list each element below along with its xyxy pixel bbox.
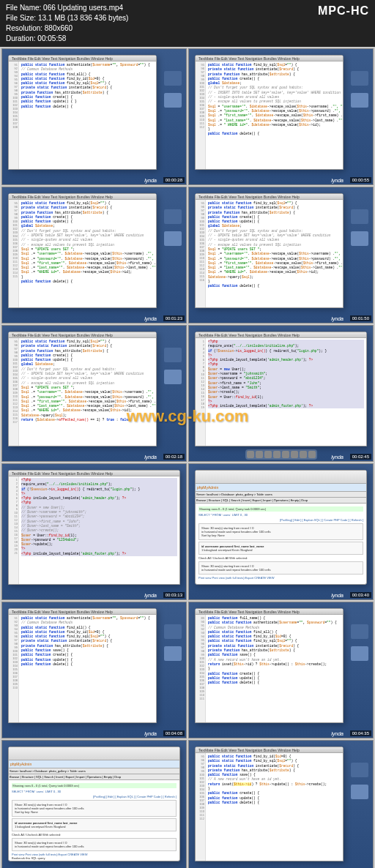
line-gutter: 9596979899100101102103104105106107108109… — [196, 753, 206, 861]
phpmyadmin-tabs: Browse | Structure | SQL | Search | Inse… — [196, 498, 366, 504]
sort-key: Sort by key: None — [201, 534, 360, 537]
menu-bar: TextMate File Edit View Text Navigation … — [9, 471, 179, 476]
lynda-brand: lynda — [144, 731, 157, 736]
desktop-folder-icon — [164, 71, 182, 86]
browser-window: phpMyAdmin Server: localhost > Database:… — [8, 747, 180, 861]
textmate-window: TextMate File Edit View Text Navigation … — [195, 193, 344, 308]
textmate-window: TextMate File Edit View Text Navigation … — [195, 608, 344, 723]
textmate-window: TextMate File Edit View Text Navigation … — [8, 193, 157, 308]
code-editor: public static function find_by_sql($sql=… — [206, 200, 343, 307]
table-row: 1 kskoglund secretpwd Kevin Skoglund — [15, 825, 174, 828]
result-count: Showing rows 0 - 0 (1 total, Query took … — [12, 783, 177, 788]
player-logo: MPC-HC — [318, 3, 369, 19]
timestamp: 00:00:55 — [350, 177, 371, 183]
thumbnail-10[interactable]: TextMate File Edit View Text Navigation … — [188, 602, 374, 738]
lynda-brand: lynda — [144, 454, 157, 460]
desktop-folder-icon — [164, 93, 182, 108]
timestamp: 00:02:18 — [163, 454, 185, 460]
desktop-folder-icon — [164, 209, 182, 224]
bookmark-label: Bookmark this SQL query — [12, 856, 177, 860]
desktop-folder-icon — [351, 624, 368, 639]
line-gutter: 9596979899100101102103104105106107108109… — [196, 61, 206, 169]
thumbnail-9[interactable]: TextMate File Edit View Text Navigation … — [1, 602, 187, 738]
phpmyadmin-content: Showing rows 0 - 0 (1 total, Query took … — [9, 780, 179, 863]
thumbnail-2[interactable]: TextMate File Edit View Text Navigation … — [188, 48, 374, 185]
code-editor: public static function find_by_sql($sql=… — [206, 61, 343, 169]
browser-toolbar — [9, 747, 179, 760]
row-actions: Check All / Uncheck All With selected: — [12, 833, 177, 837]
desktop-folder-icon — [351, 785, 368, 799]
line-gutter: 9192939495969798991001011021031041051061… — [9, 615, 19, 722]
line-gutter: 8990919293949596979899100101102103104105… — [196, 615, 206, 722]
line-gutter: 9596979899100101102103104105106107108109… — [196, 200, 206, 307]
duration: Duration: 00:05:58 — [6, 34, 369, 44]
desktop-folder-icon — [351, 93, 368, 108]
textmate-window: TextMate File Edit View Text Navigation … — [195, 747, 344, 861]
table-row: 1 kskoglund secretpwd Kevin Skoglund — [201, 548, 360, 552]
file-size: File Size: 13.1 MB (13 836 436 bytes) — [6, 13, 369, 23]
timestamp: 00:02:45 — [350, 454, 371, 460]
menu-bar: TextMate File Edit View Text Navigation … — [9, 609, 156, 615]
menu-bar: TextMate File Edit View Text Navigation … — [196, 609, 343, 615]
result-count: Showing rows 0 - 0 (1 total, Query took … — [198, 506, 363, 512]
line-gutter: 9596979899100101102103104105106107108109… — [9, 338, 19, 446]
phpmyadmin-tabs: Browse | Structure | SQL | Search | Inse… — [9, 774, 179, 780]
file-info-header: File Name: 066 Updating users.mp4 File S… — [0, 0, 375, 47]
menu-bar: TextMate File Edit View Text Navigation … — [9, 194, 156, 200]
thumbnail-1[interactable]: TextMate File Edit View Text Navigation … — [1, 48, 187, 185]
timestamp: 00:01:23 — [163, 315, 185, 321]
thumbnail-11[interactable]: phpMyAdmin Server: localhost > Database:… — [1, 740, 187, 868]
code-editor: public function full_name() { public sta… — [206, 615, 343, 722]
code-editor: public static function find_by_sql($sql=… — [19, 200, 156, 307]
timestamp: 00:04:35 — [350, 730, 371, 736]
menu-bar: TextMate File Edit View Text Navigation … — [9, 56, 156, 61]
phpmyadmin-breadcrumb: Server: localhost > Database: photo_gall… — [196, 492, 366, 498]
desktop-folder-icon — [164, 370, 182, 384]
resolution: Resolution: 880x660 — [6, 23, 369, 34]
code-editor: <?php require_once("../../includes/initi… — [19, 476, 179, 584]
thumbnail-7[interactable]: TextMate File Edit View Text Navigation … — [1, 463, 187, 600]
desktop-folder-icon — [351, 231, 368, 246]
menu-bar: TextMate File Edit View Text Navigation … — [196, 332, 366, 338]
line-gutter: 9192939495969798991001011021031041051061… — [9, 61, 19, 169]
desktop-folder-icon — [164, 624, 182, 639]
sort-key: Sort by key: None — [15, 810, 174, 814]
desktop-folder-icon — [164, 348, 182, 362]
desktop-folder-icon — [351, 71, 368, 86]
desktop-folder-icon — [351, 646, 368, 661]
desktop-folder-icon — [351, 763, 368, 777]
lynda-brand: lynda — [144, 316, 157, 321]
thumbnail-4[interactable]: TextMate File Edit View Text Navigation … — [188, 187, 374, 323]
browser-window: phpMyAdmin Server: localhost > Database:… — [195, 470, 367, 585]
thumbnail-6[interactable]: TextMate File Edit View Text Navigation … — [188, 325, 374, 462]
menu-bar: TextMate File Edit View Text Navigation … — [196, 194, 343, 200]
textmate-window: TextMate File Edit View Text Navigation … — [195, 55, 344, 170]
timestamp: 00:03:40 — [350, 592, 371, 598]
thumbnail-5[interactable]: TextMate File Edit View Text Navigation … — [1, 325, 187, 462]
query-actions: [Profiling] [ Edit ] [ Explain SQL ] [ C… — [198, 518, 363, 522]
sort-mode: in horizontal mode and repeat headers af… — [15, 845, 174, 848]
timestamp: 00:01:50 — [350, 315, 371, 321]
line-gutter: 9596979899100101102103104105106107108109… — [9, 200, 19, 307]
lynda-brand: lynda — [331, 593, 344, 598]
desktop-folder-icon — [164, 231, 182, 246]
thumbnail-grid: TextMate File Edit View Text Navigation … — [0, 47, 375, 868]
query-ops: Print view Print view (with full texts) … — [198, 576, 363, 580]
thumbnail-8[interactable]: phpMyAdmin Server: localhost > Database:… — [188, 463, 374, 600]
lynda-brand: lynda — [144, 178, 157, 183]
phpmyadmin-breadcrumb: Server: localhost > Database: photo_gall… — [9, 768, 179, 774]
row-actions: Check All / Uncheck All With selected: — [198, 556, 363, 560]
lynda-brand: lynda — [331, 178, 344, 183]
timestamp: 00:00:28 — [163, 177, 185, 183]
lynda-brand: lynda — [331, 731, 344, 736]
menu-bar: TextMate File Edit View Text Navigation … — [9, 332, 156, 338]
code-editor: public static function authenticate($use… — [19, 615, 156, 722]
line-gutter: 12345678910111213141516171819 — [196, 338, 206, 446]
sql-query: SELECT * FROM `users` LIMIT 0 , 30 — [198, 513, 363, 517]
thumbnail-12[interactable]: TextMate File Edit View Text Navigation … — [188, 740, 374, 868]
dock — [245, 449, 317, 460]
code-editor: public static function find_by_id($id=0)… — [206, 753, 343, 861]
thumbnail-3[interactable]: TextMate File Edit View Text Navigation … — [1, 187, 187, 323]
textmate-window: TextMate File Edit View Text Navigation … — [8, 608, 157, 723]
timestamp: 00:03:13 — [163, 592, 185, 598]
